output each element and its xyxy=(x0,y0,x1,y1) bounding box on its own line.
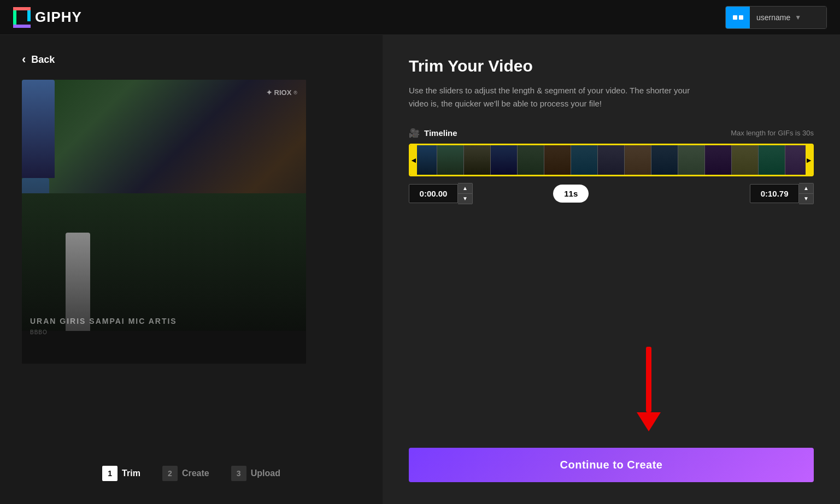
video-inner: URAN GIRIS SAMPAI MIC ARTIS BBBO ✦ RIOX … xyxy=(22,80,306,364)
timeline-label: 🎥 Timeline xyxy=(409,128,457,138)
red-arrow-annotation xyxy=(637,347,661,431)
start-time-stepper[interactable]: ▲ ▼ xyxy=(458,183,473,204)
end-time-display: 0:10.79 xyxy=(750,184,799,203)
right-panel: Trim Your Video Use the sliders to adjus… xyxy=(383,35,840,504)
timeline-strip-container[interactable]: ◀ ▶ xyxy=(409,144,814,176)
time-controls: 0:00.00 ▲ ▼ 11s 0:10.79 ▲ ▼ xyxy=(409,183,814,204)
watermark-trademark: ® xyxy=(293,90,297,96)
step-1-label: Trim xyxy=(122,469,140,478)
timeline-frame-2 xyxy=(437,145,464,175)
trim-title: Trim Your Video xyxy=(409,57,814,75)
timeline-frame-9 xyxy=(625,145,651,175)
timeline-frame-6 xyxy=(544,145,571,175)
video-preview: URAN GIRIS SAMPAI MIC ARTIS BBBO ✦ RIOX … xyxy=(22,80,306,364)
watermark-text: RIOX xyxy=(274,88,292,97)
silhouette-girl xyxy=(66,233,90,342)
step-1-number: 1 xyxy=(102,466,118,481)
timeline-frame-11 xyxy=(678,145,705,175)
user-name-area[interactable]: username ▼ xyxy=(750,7,826,28)
start-time-group: 0:00.00 ▲ ▼ xyxy=(409,183,473,204)
stage-platform xyxy=(22,331,306,364)
logo[interactable]: GIPHY xyxy=(13,7,82,28)
timeline-frame-10 xyxy=(651,145,678,175)
step-3-label: Upload xyxy=(251,469,280,478)
timeline-frame-7 xyxy=(571,145,598,175)
step-3-upload[interactable]: 3 Upload xyxy=(220,460,291,487)
end-time-stepper[interactable]: ▲ ▼ xyxy=(799,183,814,204)
giphy-logo-icon xyxy=(13,7,31,28)
arrow-head xyxy=(637,412,661,431)
step-indicators: 1 Trim 2 Create 3 Upload xyxy=(22,449,361,487)
step-1-trim[interactable]: 1 Trim xyxy=(91,460,151,487)
giphy-logo-text: GIPHY xyxy=(35,9,82,26)
back-label: Back xyxy=(31,54,55,66)
silhouette-person1 xyxy=(22,80,55,178)
timeline-frame-14 xyxy=(759,145,785,175)
start-time-display: 0:00.00 xyxy=(409,184,458,203)
user-name-text: username xyxy=(756,13,790,22)
step-2-create[interactable]: 2 Create xyxy=(151,460,220,487)
chevron-down-icon: ▼ xyxy=(795,14,801,21)
left-panel: ‹ Back URAN GIRIS SAMPAI MIC ARTIS BBBO … xyxy=(0,35,383,504)
timeline-camera-icon: 🎥 xyxy=(409,128,420,138)
timeline-frame-12 xyxy=(705,145,732,175)
continue-to-create-button[interactable]: Continue to Create xyxy=(409,448,814,482)
timeline-frame-4 xyxy=(491,145,518,175)
timeline-frame-13 xyxy=(732,145,759,175)
timeline-strip xyxy=(410,145,812,175)
timeline-label-text: Timeline xyxy=(424,128,457,138)
timeline-frame-8 xyxy=(598,145,625,175)
end-time-up-button[interactable]: ▲ xyxy=(799,183,813,194)
svg-rect-2 xyxy=(13,25,31,28)
timeline-frame-5 xyxy=(518,145,544,175)
start-time-down-button[interactable]: ▼ xyxy=(458,194,472,204)
trim-description: Use the sliders to adjust the length & s… xyxy=(409,84,693,110)
step-3-number: 3 xyxy=(231,466,246,481)
step-2-number: 2 xyxy=(162,466,178,481)
step-2-label: Create xyxy=(182,469,209,478)
end-time-down-button[interactable]: ▼ xyxy=(799,194,813,204)
arrow-container xyxy=(409,204,814,437)
stage-text: URAN GIRIS SAMPAI MIC ARTIS xyxy=(30,317,177,325)
header: GIPHY username ▼ xyxy=(0,0,840,35)
video-subtext: BBBO xyxy=(30,329,48,335)
left-handle-arrows-icon: ◀ xyxy=(412,157,416,163)
user-avatar xyxy=(726,7,750,28)
arrow-shaft xyxy=(646,347,651,412)
main-content: ‹ Back URAN GIRIS SAMPAI MIC ARTIS BBBO … xyxy=(0,35,840,504)
video-watermark: ✦ RIOX ® xyxy=(266,88,297,97)
end-time-group: 0:10.79 ▲ ▼ xyxy=(750,183,814,204)
duration-badge: 11s xyxy=(553,185,589,203)
timeline-left-handle[interactable]: ◀ xyxy=(410,145,417,175)
max-length-text: Max length for GIFs is 30s xyxy=(731,129,814,137)
start-time-up-button[interactable]: ▲ xyxy=(458,183,472,194)
timeline-right-handle[interactable]: ▶ xyxy=(806,145,812,175)
svg-rect-1 xyxy=(13,7,31,10)
timeline-header: 🎥 Timeline Max length for GIFs is 30s xyxy=(409,128,814,138)
svg-rect-3 xyxy=(27,10,31,21)
right-handle-arrows-icon: ▶ xyxy=(807,157,811,163)
timeline-frame-3 xyxy=(464,145,491,175)
avatar-dots xyxy=(733,15,743,20)
back-button[interactable]: ‹ Back xyxy=(22,52,361,67)
user-menu[interactable]: username ▼ xyxy=(725,6,827,29)
watermark-star-icon: ✦ xyxy=(266,88,272,97)
back-arrow-icon: ‹ xyxy=(22,52,26,67)
